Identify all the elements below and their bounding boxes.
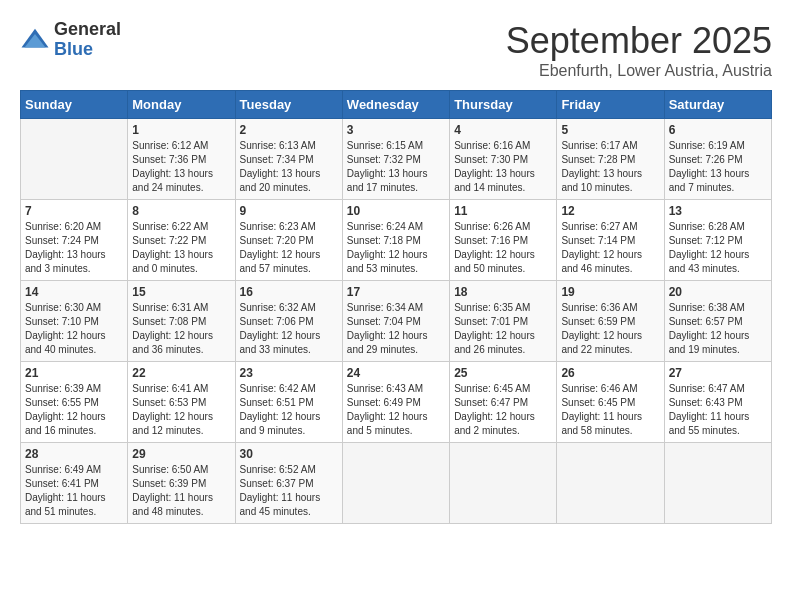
day-number: 28 <box>25 447 123 461</box>
day-number: 2 <box>240 123 338 137</box>
day-info: Sunrise: 6:15 AM Sunset: 7:32 PM Dayligh… <box>347 139 445 195</box>
calendar-cell: 21Sunrise: 6:39 AM Sunset: 6:55 PM Dayli… <box>21 362 128 443</box>
calendar-cell: 7Sunrise: 6:20 AM Sunset: 7:24 PM Daylig… <box>21 200 128 281</box>
calendar-header-wednesday: Wednesday <box>342 91 449 119</box>
logo-text: General Blue <box>54 20 121 60</box>
calendar-cell: 1Sunrise: 6:12 AM Sunset: 7:36 PM Daylig… <box>128 119 235 200</box>
day-info: Sunrise: 6:35 AM Sunset: 7:01 PM Dayligh… <box>454 301 552 357</box>
calendar-cell <box>557 443 664 524</box>
day-info: Sunrise: 6:23 AM Sunset: 7:20 PM Dayligh… <box>240 220 338 276</box>
calendar-cell: 20Sunrise: 6:38 AM Sunset: 6:57 PM Dayli… <box>664 281 771 362</box>
logo-icon <box>20 25 50 55</box>
page-header: General Blue September 2025 Ebenfurth, L… <box>20 20 772 80</box>
calendar-cell: 12Sunrise: 6:27 AM Sunset: 7:14 PM Dayli… <box>557 200 664 281</box>
calendar-cell: 16Sunrise: 6:32 AM Sunset: 7:06 PM Dayli… <box>235 281 342 362</box>
calendar-cell: 13Sunrise: 6:28 AM Sunset: 7:12 PM Dayli… <box>664 200 771 281</box>
calendar-cell <box>21 119 128 200</box>
day-number: 29 <box>132 447 230 461</box>
day-number: 16 <box>240 285 338 299</box>
day-info: Sunrise: 6:43 AM Sunset: 6:49 PM Dayligh… <box>347 382 445 438</box>
day-number: 25 <box>454 366 552 380</box>
day-number: 24 <box>347 366 445 380</box>
calendar-cell <box>450 443 557 524</box>
calendar-header-sunday: Sunday <box>21 91 128 119</box>
day-info: Sunrise: 6:49 AM Sunset: 6:41 PM Dayligh… <box>25 463 123 519</box>
day-info: Sunrise: 6:12 AM Sunset: 7:36 PM Dayligh… <box>132 139 230 195</box>
calendar-cell: 22Sunrise: 6:41 AM Sunset: 6:53 PM Dayli… <box>128 362 235 443</box>
day-number: 17 <box>347 285 445 299</box>
calendar-cell: 8Sunrise: 6:22 AM Sunset: 7:22 PM Daylig… <box>128 200 235 281</box>
calendar-header-friday: Friday <box>557 91 664 119</box>
day-info: Sunrise: 6:50 AM Sunset: 6:39 PM Dayligh… <box>132 463 230 519</box>
calendar-cell: 17Sunrise: 6:34 AM Sunset: 7:04 PM Dayli… <box>342 281 449 362</box>
day-info: Sunrise: 6:47 AM Sunset: 6:43 PM Dayligh… <box>669 382 767 438</box>
day-number: 15 <box>132 285 230 299</box>
calendar-header-thursday: Thursday <box>450 91 557 119</box>
day-info: Sunrise: 6:46 AM Sunset: 6:45 PM Dayligh… <box>561 382 659 438</box>
calendar-cell: 18Sunrise: 6:35 AM Sunset: 7:01 PM Dayli… <box>450 281 557 362</box>
calendar-cell: 28Sunrise: 6:49 AM Sunset: 6:41 PM Dayli… <box>21 443 128 524</box>
calendar-week-4: 21Sunrise: 6:39 AM Sunset: 6:55 PM Dayli… <box>21 362 772 443</box>
calendar-cell: 4Sunrise: 6:16 AM Sunset: 7:30 PM Daylig… <box>450 119 557 200</box>
day-info: Sunrise: 6:16 AM Sunset: 7:30 PM Dayligh… <box>454 139 552 195</box>
calendar-cell: 2Sunrise: 6:13 AM Sunset: 7:34 PM Daylig… <box>235 119 342 200</box>
day-info: Sunrise: 6:32 AM Sunset: 7:06 PM Dayligh… <box>240 301 338 357</box>
day-number: 11 <box>454 204 552 218</box>
day-number: 26 <box>561 366 659 380</box>
calendar-cell: 14Sunrise: 6:30 AM Sunset: 7:10 PM Dayli… <box>21 281 128 362</box>
day-info: Sunrise: 6:38 AM Sunset: 6:57 PM Dayligh… <box>669 301 767 357</box>
day-info: Sunrise: 6:39 AM Sunset: 6:55 PM Dayligh… <box>25 382 123 438</box>
calendar-week-3: 14Sunrise: 6:30 AM Sunset: 7:10 PM Dayli… <box>21 281 772 362</box>
day-number: 10 <box>347 204 445 218</box>
calendar-header-row: SundayMondayTuesdayWednesdayThursdayFrid… <box>21 91 772 119</box>
day-info: Sunrise: 6:19 AM Sunset: 7:26 PM Dayligh… <box>669 139 767 195</box>
day-number: 5 <box>561 123 659 137</box>
day-number: 22 <box>132 366 230 380</box>
calendar-week-2: 7Sunrise: 6:20 AM Sunset: 7:24 PM Daylig… <box>21 200 772 281</box>
day-info: Sunrise: 6:27 AM Sunset: 7:14 PM Dayligh… <box>561 220 659 276</box>
day-info: Sunrise: 6:52 AM Sunset: 6:37 PM Dayligh… <box>240 463 338 519</box>
calendar-cell: 5Sunrise: 6:17 AM Sunset: 7:28 PM Daylig… <box>557 119 664 200</box>
calendar-cell: 25Sunrise: 6:45 AM Sunset: 6:47 PM Dayli… <box>450 362 557 443</box>
title-block: September 2025 Ebenfurth, Lower Austria,… <box>506 20 772 80</box>
calendar-cell: 6Sunrise: 6:19 AM Sunset: 7:26 PM Daylig… <box>664 119 771 200</box>
day-number: 12 <box>561 204 659 218</box>
calendar-cell: 3Sunrise: 6:15 AM Sunset: 7:32 PM Daylig… <box>342 119 449 200</box>
day-info: Sunrise: 6:36 AM Sunset: 6:59 PM Dayligh… <box>561 301 659 357</box>
calendar-cell: 30Sunrise: 6:52 AM Sunset: 6:37 PM Dayli… <box>235 443 342 524</box>
calendar-cell: 11Sunrise: 6:26 AM Sunset: 7:16 PM Dayli… <box>450 200 557 281</box>
calendar-cell: 29Sunrise: 6:50 AM Sunset: 6:39 PM Dayli… <box>128 443 235 524</box>
logo-blue: Blue <box>54 40 121 60</box>
day-info: Sunrise: 6:34 AM Sunset: 7:04 PM Dayligh… <box>347 301 445 357</box>
day-number: 20 <box>669 285 767 299</box>
day-number: 1 <box>132 123 230 137</box>
day-info: Sunrise: 6:31 AM Sunset: 7:08 PM Dayligh… <box>132 301 230 357</box>
day-number: 18 <box>454 285 552 299</box>
day-info: Sunrise: 6:22 AM Sunset: 7:22 PM Dayligh… <box>132 220 230 276</box>
calendar-week-5: 28Sunrise: 6:49 AM Sunset: 6:41 PM Dayli… <box>21 443 772 524</box>
day-info: Sunrise: 6:17 AM Sunset: 7:28 PM Dayligh… <box>561 139 659 195</box>
location-title: Ebenfurth, Lower Austria, Austria <box>506 62 772 80</box>
day-number: 21 <box>25 366 123 380</box>
month-title: September 2025 <box>506 20 772 62</box>
calendar-cell: 23Sunrise: 6:42 AM Sunset: 6:51 PM Dayli… <box>235 362 342 443</box>
day-info: Sunrise: 6:30 AM Sunset: 7:10 PM Dayligh… <box>25 301 123 357</box>
day-number: 13 <box>669 204 767 218</box>
calendar-cell: 24Sunrise: 6:43 AM Sunset: 6:49 PM Dayli… <box>342 362 449 443</box>
calendar-cell: 26Sunrise: 6:46 AM Sunset: 6:45 PM Dayli… <box>557 362 664 443</box>
day-info: Sunrise: 6:45 AM Sunset: 6:47 PM Dayligh… <box>454 382 552 438</box>
day-number: 27 <box>669 366 767 380</box>
day-number: 3 <box>347 123 445 137</box>
day-number: 8 <box>132 204 230 218</box>
calendar-cell <box>342 443 449 524</box>
calendar-header-monday: Monday <box>128 91 235 119</box>
day-info: Sunrise: 6:13 AM Sunset: 7:34 PM Dayligh… <box>240 139 338 195</box>
day-info: Sunrise: 6:20 AM Sunset: 7:24 PM Dayligh… <box>25 220 123 276</box>
day-info: Sunrise: 6:41 AM Sunset: 6:53 PM Dayligh… <box>132 382 230 438</box>
calendar-cell: 9Sunrise: 6:23 AM Sunset: 7:20 PM Daylig… <box>235 200 342 281</box>
day-info: Sunrise: 6:24 AM Sunset: 7:18 PM Dayligh… <box>347 220 445 276</box>
day-number: 14 <box>25 285 123 299</box>
calendar-cell <box>664 443 771 524</box>
day-number: 6 <box>669 123 767 137</box>
logo: General Blue <box>20 20 121 60</box>
